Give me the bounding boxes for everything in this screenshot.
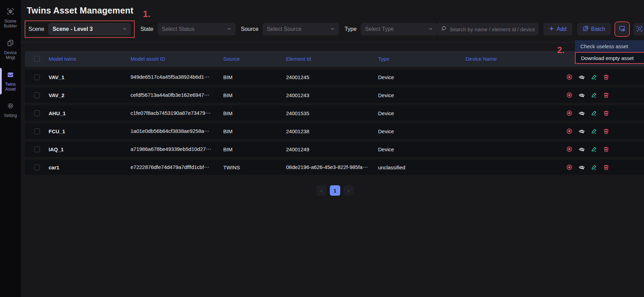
target-icon[interactable] [566,92,572,98]
trash-icon[interactable] [603,128,609,134]
cell-model-twins: AHU_1 [49,110,131,116]
cell-model-asset-id: cefdf56713a44a0fb3e162e6947⋯ [131,92,223,98]
pagination-prev-button[interactable]: ‹ [316,185,327,196]
edit-pencil-icon[interactable] [591,92,597,98]
main-content: Twins Asset Management 1. 2. Scene Scene… [21,0,644,297]
scene-select-value: Scene - Level 3 [52,26,93,32]
table-row: IAQ_1 a71986a678be49339eb5d10d27⋯ BIM 24… [25,142,644,157]
cell-source: BIM [223,128,286,134]
trash-icon[interactable] [603,92,609,98]
cell-model-asset-id: 949de6517c4a45f5a38924b6d1⋯ [131,74,223,80]
cell-element-id: 24001243 [286,92,378,98]
type-filter-label: Type [344,26,357,32]
target-icon[interactable] [566,74,572,80]
scene-select[interactable]: Scene - Level 3 [48,23,131,35]
cell-source: BIM [223,74,286,80]
plus-icon [549,26,554,33]
eye-check-icon[interactable] [578,92,585,99]
cell-element-id: 24001535 [286,110,378,116]
row-checkbox[interactable] [34,146,40,152]
pagination: ‹ 1 › [21,185,644,196]
trash-icon[interactable] [603,74,609,80]
column-header-model-twins[interactable]: Model twins [49,56,131,62]
sidebar-item-scene-builder[interactable]: Scene Builder [0,8,21,29]
cell-element-id: 24001245 [286,74,378,80]
row-checkbox[interactable] [34,164,40,170]
trash-icon[interactable] [603,110,609,116]
edit-pencil-icon[interactable] [591,164,597,170]
cell-model-asset-id: c1fe07f8acb7453190a87e73479⋯ [131,110,223,116]
source-filter-group: Source Select Source [241,23,339,35]
column-header-device-name[interactable]: Device Name [466,56,563,62]
row-checkbox[interactable] [34,74,40,80]
batch-button[interactable]: Batch [577,23,611,35]
eye-check-icon[interactable] [578,164,585,171]
page-title: Twins Asset Management [21,0,644,16]
target-icon[interactable] [566,146,572,152]
menu-item-check-useless-asset[interactable]: Check useless asset [575,40,644,52]
chevron-down-icon [227,26,231,32]
search-icon [441,26,447,33]
sidebar-item-device-mngt[interactable]: Device Mngt [0,39,21,60]
sidebar-item-label: Twins Asset [1,82,19,92]
sidebar-item-label: Device Mngt [1,50,19,60]
state-select[interactable]: Select Status [158,23,235,35]
type-select[interactable]: Select Type [361,23,437,35]
column-header-element-id[interactable]: Element Id [286,56,378,62]
app-window: Scene Builder Device Mngt Twins Asset [0,0,644,297]
menu-item-download-empty-asset[interactable]: Download empty asset [575,52,644,64]
cell-type: unclassified [378,164,466,170]
asset-check-button[interactable] [616,23,628,35]
cell-model-twins: FCU_1 [49,128,131,134]
row-checkbox[interactable] [34,128,40,134]
select-all-checkbox[interactable] [34,56,40,62]
asset-table: Model twins Model asset ID Source Elemen… [25,51,644,175]
edit-pencil-icon[interactable] [591,110,597,116]
cell-type: Device [378,74,466,80]
edit-pencil-icon[interactable] [591,146,597,152]
sidebar-item-twins-asset[interactable]: Twins Asset [0,71,21,92]
column-header-model-asset-id[interactable]: Model asset ID [131,56,223,62]
scene-filter-label: Scene [28,26,44,32]
target-icon[interactable] [566,128,572,134]
column-header-source[interactable]: Source [223,56,286,62]
trash-icon[interactable] [603,164,609,170]
cell-element-id: 08de2196-a626-45e3-822f-985fa⋯ [286,164,378,170]
chevron-down-icon [331,26,335,32]
row-checkbox[interactable] [34,110,40,116]
sidebar-item-label: Scene Builder [1,19,19,29]
table-row: FCU_1 1a01e0db56b64cf3838ae9258a⋯ BIM 24… [25,124,644,139]
edit-pencil-icon[interactable] [591,128,597,134]
scan-settings-button[interactable] [633,23,644,35]
add-button[interactable]: Add [543,23,572,35]
eye-check-icon[interactable] [578,128,585,135]
scan-settings-icon [636,25,643,33]
pagination-next-button[interactable]: › [343,185,354,196]
eye-check-icon[interactable] [578,146,585,153]
cell-element-id: 24001238 [286,128,378,134]
device-mngt-icon [7,39,14,48]
annotation-step-2: 2. [557,45,564,55]
pagination-page-1[interactable]: 1 [330,185,340,196]
state-select-placeholder: Select Status [162,26,194,32]
target-icon[interactable] [566,164,572,170]
trash-icon[interactable] [603,146,609,152]
table-row: AHU_1 c1fe07f8acb7453190a87e73479⋯ BIM 2… [25,105,644,121]
cell-model-asset-id: a71986a678be49339eb5d10d27⋯ [131,146,223,152]
table-row: VAV_2 cefdf56713a44a0fb3e162e6947⋯ BIM 2… [25,87,644,103]
scene-filter-highlight-box: Scene Scene - Level 3 [25,20,135,38]
eye-check-icon[interactable] [578,110,585,117]
cell-model-asset-id: e7222876dfe74d479a7dfffd1cbf⋯ [131,164,223,170]
scene-builder-icon [7,8,14,17]
edit-pencil-icon[interactable] [591,74,597,80]
source-select[interactable]: Select Source [262,23,339,35]
column-header-type[interactable]: Type [378,56,466,62]
search-input[interactable] [450,26,535,32]
source-filter-label: Source [241,26,259,32]
eye-check-icon[interactable] [578,74,585,80]
sidebar-item-setting[interactable]: Setting [0,102,21,118]
filter-toolbar: Scene Scene - Level 3 State Select Statu… [25,20,644,38]
target-icon[interactable] [566,110,572,116]
row-checkbox[interactable] [34,92,40,98]
menu-item-label: Check useless asset [580,43,628,49]
